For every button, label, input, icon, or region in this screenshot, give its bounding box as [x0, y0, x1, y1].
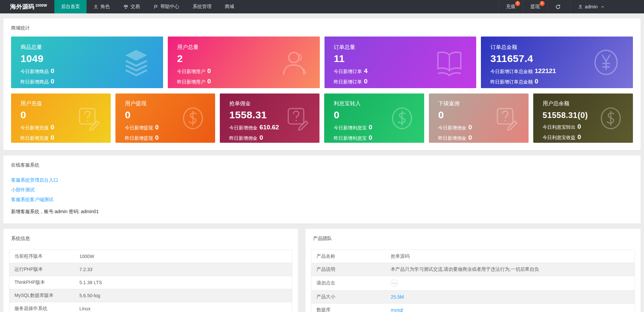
table-row-label: 产品说明 — [311, 263, 386, 276]
book-icon — [435, 48, 463, 76]
chevron-up-icon — [600, 5, 605, 9]
service-link[interactable]: 小部件测试 — [11, 187, 633, 193]
yen-circle-icon — [592, 48, 620, 76]
table-row-value: 5.6.50-log — [74, 289, 292, 302]
table-row-label: 请勿点击 — [311, 276, 386, 291]
dollar-circle-icon — [599, 106, 623, 130]
scales-icon — [123, 4, 129, 9]
table-row: ThinkPHP版本 5.1.38 LTS — [9, 276, 292, 289]
product-panel-title: 产品团队 — [305, 229, 641, 245]
person-icon — [93, 4, 98, 9]
nav-item-3[interactable]: 交易 — [116, 0, 147, 13]
withdraw-badge: 0 — [540, 1, 545, 6]
table-row-value: 抢单源码 — [386, 250, 635, 263]
table-row-label: 服务器操作系统 — [9, 302, 75, 312]
stat-card-yesterday-line: 昨日新增佣金0 — [438, 134, 529, 141]
user-menu[interactable]: admin — [570, 0, 612, 13]
nav-item-4[interactable]: 帮助中心 — [147, 0, 186, 13]
stat-card-yesterday-line: 昨日新增提现0 — [125, 134, 215, 141]
user-icon — [279, 48, 307, 76]
main-content: 商城统计 商品总量 1049 今日新增商品0 昨日新增商品0 用户总量 2 今日… — [0, 13, 644, 312]
broken-image-placeholder: 404 — [391, 279, 398, 287]
nav-item-6[interactable]: 商城 — [218, 0, 241, 13]
table-row: 服务器操作系统 Linux — [9, 302, 292, 312]
question-pencil-icon — [77, 106, 101, 130]
dollar-circle-icon — [390, 106, 414, 130]
app-logo: 海外源码 1000W — [0, 0, 54, 13]
stat-card: 用户提现 0 今日新增提现0 昨日新增提现0 — [115, 93, 215, 143]
product-table: 产品名称 抢单源码 产品说明 本产品只为学习测试交流,请勿要做商业或者用于违法行… — [311, 250, 635, 312]
table-row-label: 产品大小 — [311, 291, 386, 304]
question-pencil-icon — [494, 106, 518, 130]
table-row: 当前程序版本 1000W — [9, 250, 292, 263]
service-panel: 在线客服系统 客服系统管理后台入口小部件测试客服系统客户端测试 新增客服系统，账… — [3, 155, 641, 224]
table-row-value: Linux — [74, 302, 292, 312]
dollar-circle-icon — [181, 106, 205, 130]
stat-row2: 用户充值 0 今日新增充值0 昨日新增充值0 用户提现 0 今日新增提现0 昨日… — [11, 93, 633, 143]
nav-item-1[interactable]: 后台首页 — [54, 0, 87, 13]
recharge-badge: 0 — [515, 1, 520, 6]
stat-card-yesterday-line: 昨日新增订单总金额0 — [490, 78, 633, 85]
stats-panel: 商城统计 商品总量 1049 今日新增商品0 昨日新增商品0 用户总量 2 今日… — [3, 18, 641, 150]
stats-panel-title: 商城统计 — [3, 18, 641, 35]
refresh-icon — [555, 4, 561, 10]
stat-card: 用户充值 0 今日新增充值0 昨日新增充值0 — [11, 93, 111, 143]
table-link[interactable]: mysql — [391, 307, 403, 312]
nav-item-label: 角色 — [100, 4, 110, 10]
product-team-panel: 产品团队 产品名称 抢单源码 产品说明 本产品只为学习测试交流,请勿要做商业或者… — [305, 229, 641, 312]
nav-item-2[interactable]: 角色 — [87, 0, 116, 13]
withdraw-button[interactable]: 提现 0 — [523, 0, 547, 13]
app-logo-version: 1000W — [35, 3, 47, 7]
system-table: 当前程序版本 1000W 运行PHP版本 7.2.33 ThinkPHP版本 5… — [9, 250, 292, 312]
nav-item-label: 系统管理 — [193, 4, 211, 10]
table-row-label: MySQL数据库版本 — [9, 289, 75, 302]
bottom-row: 系统信息 当前程序版本 1000W 运行PHP版本 7.2.33 ThinkPH… — [3, 229, 641, 312]
app-logo-text: 海外源码 — [10, 3, 34, 11]
nav-item-label: 帮助中心 — [160, 4, 179, 10]
nav-right: 充值 0 提现 0 admin — [498, 0, 612, 13]
stat-card-yesterday-line: 今日利息宝收益0 — [543, 133, 633, 141]
table-row-value: mysql — [386, 304, 635, 312]
table-row-label: 数据库 — [311, 304, 386, 312]
system-panel-title: 系统信息 — [3, 229, 298, 245]
stat-card: 用户总量 2 今日新增用户0 昨日新增用户0 — [168, 37, 320, 88]
nav-menu: 后台首页 角色 交易 帮助中心 系统管理 商城 — [54, 0, 498, 13]
username: admin — [585, 4, 598, 9]
nav-item-label: 交易 — [131, 4, 140, 10]
stat-card-yesterday-line: 昨日新增充值0 — [20, 134, 111, 141]
table-row: 产品大小 25.5M — [311, 291, 635, 304]
stat-card: 利息宝转入 0 今日新增利息宝0 昨日新增利息宝0 — [324, 93, 424, 143]
table-row: 请勿点击 404 — [311, 276, 635, 291]
stat-card: 抢单佣金 1558.31 今日新增佣金610.62 昨日新增佣金0 — [220, 93, 319, 143]
system-info-panel: 系统信息 当前程序版本 1000W 运行PHP版本 7.2.33 ThinkPH… — [3, 229, 298, 312]
table-row-value: 本产品只为学习测试交流,请勿要做商业或者用于违法行为,一切后果自负 — [386, 263, 635, 276]
table-row: 数据库 mysql — [311, 304, 635, 312]
stat-card-yesterday-line: 昨日新增用户0 — [177, 78, 320, 85]
stat-card: 订单总金额 311657.4 今日新增订单总金额122121 昨日新增订单总金额… — [481, 37, 633, 88]
table-row-label: 产品名称 — [311, 250, 386, 263]
nav-item-label: 后台首页 — [61, 4, 80, 10]
stat-card: 订单总量 11 今日新增订单4 昨日新增订单0 — [325, 37, 477, 88]
stat-card: 用户总余额 51558.31(0) 今日利息宝转出0 今日利息宝收益0 — [533, 93, 633, 143]
stat-card-yesterday-line: 昨日新增佣金0 — [229, 134, 319, 141]
table-row-value: 5.1.38 LTS — [74, 276, 292, 289]
stat-card-yesterday-line: 昨日新增订单0 — [334, 78, 477, 85]
stat-card: 商品总量 1049 今日新增商品0 昨日新增商品0 — [11, 37, 163, 88]
table-link[interactable]: 25.5M — [391, 294, 404, 300]
table-row-value: 404 — [386, 276, 635, 291]
service-link[interactable]: 客服系统管理后台入口 — [11, 177, 633, 183]
table-row-label: 运行PHP版本 — [9, 263, 75, 276]
table-row-label: ThinkPHP版本 — [9, 276, 75, 289]
nav-item-label: 商城 — [225, 4, 234, 10]
top-navbar: 海外源码 1000W 后台首页 角色 交易 帮助中心 系统管理 商城 充值 0 … — [0, 0, 644, 13]
table-row: MySQL数据库版本 5.6.50-log — [9, 289, 292, 302]
service-link[interactable]: 客服系统客户端测试 — [11, 197, 633, 203]
recharge-button[interactable]: 充值 0 — [498, 0, 523, 13]
nav-item-5[interactable]: 系统管理 — [186, 0, 218, 13]
table-row: 运行PHP版本 7.2.33 — [9, 263, 292, 276]
refresh-button[interactable] — [547, 0, 570, 13]
stat-row1: 商品总量 1049 今日新增商品0 昨日新增商品0 用户总量 2 今日新增用户0… — [11, 37, 633, 88]
layers-icon — [122, 48, 150, 76]
service-panel-title: 在线客服系统 — [3, 155, 641, 172]
table-row: 产品名称 抢单源码 — [311, 250, 635, 263]
